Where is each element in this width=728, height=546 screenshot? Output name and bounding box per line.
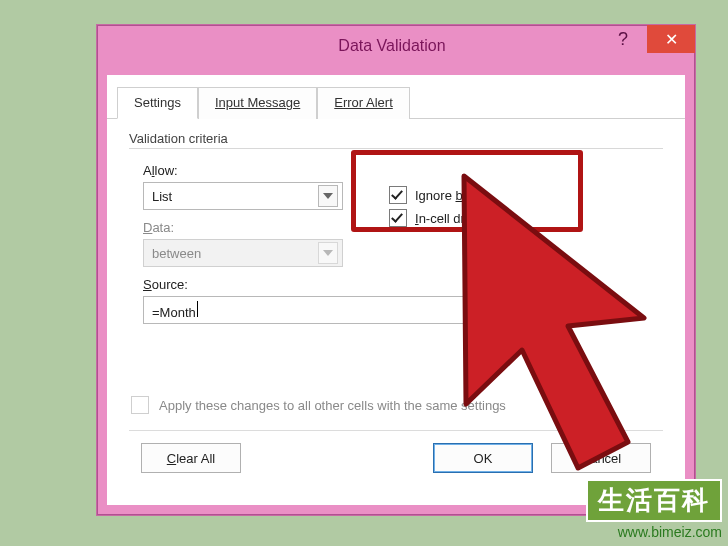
watermark: 生活百科 www.bimeiz.com (586, 479, 722, 540)
tab-error-alert[interactable]: Error Alert (317, 87, 410, 119)
settings-panel: Validation criteria Allow: List Data: be… (107, 119, 685, 487)
window-title: Data Validation (185, 37, 599, 55)
apply-label: Apply these changes to all other cells w… (159, 398, 506, 413)
client-area: Settings Input Message Error Alert Valid… (107, 75, 685, 505)
tab-row: Settings Input Message Error Alert (107, 75, 685, 119)
svg-rect-0 (469, 303, 485, 313)
tab-input-message[interactable]: Input Message (198, 87, 317, 119)
allow-value: List (152, 189, 172, 204)
source-label: Source: (143, 277, 663, 292)
checkbox-icon (131, 396, 149, 414)
allow-label: Allow: (143, 163, 389, 178)
divider (129, 148, 663, 149)
ignore-blank-checkbox[interactable]: Ignore blank (389, 186, 663, 204)
close-button[interactable]: ✕ (647, 25, 695, 53)
button-row: Clear All OK Cancel (129, 443, 663, 477)
chevron-down-icon (318, 242, 338, 264)
data-combo: between (143, 239, 343, 267)
ignore-blank-label: Ignore blank (415, 188, 487, 203)
checkbox-icon (389, 186, 407, 204)
incell-dropdown-checkbox[interactable]: In-cell dropdown (389, 209, 663, 227)
cancel-button[interactable]: Cancel (551, 443, 651, 473)
validation-criteria-label: Validation criteria (129, 131, 663, 146)
help-button[interactable]: ? (599, 25, 647, 53)
allow-combo[interactable]: List (143, 182, 343, 210)
apply-same-settings-checkbox: Apply these changes to all other cells w… (129, 396, 663, 414)
incell-dropdown-label: In-cell dropdown (415, 211, 510, 226)
data-label: Data: (143, 220, 389, 235)
watermark-url: www.bimeiz.com (586, 524, 722, 540)
watermark-text-cn: 生活百科 (586, 479, 722, 522)
data-validation-dialog: Data Validation ? ✕ Settings Input Messa… (96, 24, 696, 516)
range-picker-icon[interactable] (464, 299, 490, 321)
clear-all-button[interactable]: Clear All (141, 443, 241, 473)
ok-button[interactable]: OK (433, 443, 533, 473)
data-value: between (152, 246, 201, 261)
checkbox-icon (389, 209, 407, 227)
source-input[interactable]: =Month (143, 296, 493, 324)
source-value: =Month (152, 301, 464, 320)
chevron-down-icon (318, 185, 338, 207)
titlebar: Data Validation ? ✕ (97, 25, 695, 67)
divider (129, 430, 663, 431)
tab-settings[interactable]: Settings (117, 87, 198, 119)
